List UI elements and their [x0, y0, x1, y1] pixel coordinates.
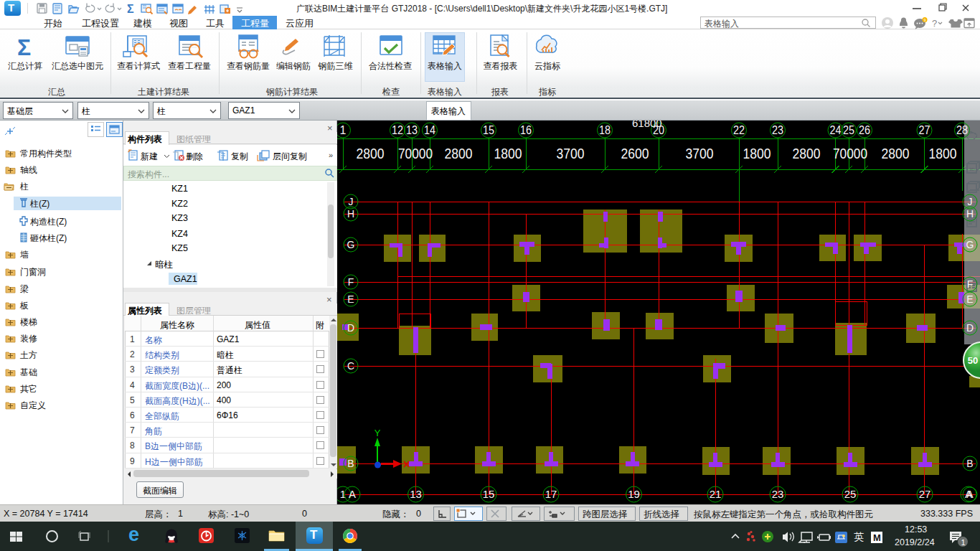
- svg-text:27: 27: [919, 488, 931, 500]
- svg-text:J: J: [968, 196, 973, 207]
- svg-text:Y: Y: [374, 428, 381, 438]
- svg-text:25: 25: [843, 124, 854, 136]
- svg-text:G: G: [347, 239, 355, 250]
- svg-text:H: H: [347, 208, 354, 220]
- svg-text:B: B: [347, 458, 354, 469]
- svg-text:12: 12: [392, 124, 403, 136]
- svg-text:1: 1: [340, 124, 347, 136]
- svg-text:1800: 1800: [929, 146, 957, 161]
- svg-text:27: 27: [919, 124, 930, 136]
- svg-text:D: D: [347, 322, 354, 334]
- svg-text:14: 14: [424, 124, 435, 136]
- svg-text:A: A: [965, 488, 972, 500]
- svg-text:15: 15: [483, 124, 494, 136]
- svg-text:Σ: Σ: [127, 3, 134, 15]
- svg-text:21: 21: [710, 488, 722, 500]
- svg-text:C: C: [347, 360, 354, 372]
- svg-text:2800: 2800: [793, 146, 821, 161]
- svg-text:F: F: [967, 278, 974, 290]
- svg-text:16: 16: [520, 124, 532, 136]
- svg-text:28: 28: [956, 124, 968, 136]
- svg-text:B: B: [966, 458, 973, 469]
- svg-text:F: F: [348, 276, 354, 288]
- svg-text:2800: 2800: [445, 146, 473, 161]
- svg-text:50: 50: [968, 355, 978, 366]
- svg-text:61800: 61800: [632, 121, 662, 129]
- svg-text:E: E: [347, 293, 354, 305]
- svg-text:M: M: [873, 532, 881, 543]
- svg-text:英: 英: [854, 531, 864, 542]
- svg-text:2800: 2800: [357, 146, 385, 161]
- svg-text:70000: 70000: [833, 146, 867, 161]
- svg-text:22: 22: [733, 124, 745, 136]
- svg-text:E: E: [966, 293, 973, 305]
- svg-text:1800: 1800: [494, 146, 522, 161]
- svg-text:H: H: [966, 208, 974, 220]
- svg-text:1800: 1800: [743, 146, 771, 161]
- svg-text:Σ: Σ: [17, 34, 31, 60]
- svg-text:G: G: [966, 239, 974, 250]
- svg-text:J: J: [349, 196, 354, 207]
- svg-text:13: 13: [406, 124, 418, 136]
- svg-text:3D: 3D: [969, 167, 975, 171]
- svg-text:2600: 2600: [621, 146, 649, 161]
- svg-text:19: 19: [628, 488, 640, 500]
- svg-text:18: 18: [599, 124, 611, 136]
- svg-text:26: 26: [859, 124, 870, 136]
- svg-text:70000: 70000: [398, 146, 433, 161]
- svg-text:?: ?: [932, 18, 937, 29]
- svg-text:23: 23: [772, 124, 783, 136]
- svg-text:1: 1: [961, 538, 966, 547]
- svg-text:D: D: [966, 322, 974, 334]
- svg-text:3700: 3700: [686, 146, 714, 161]
- svg-text:2800: 2800: [882, 146, 910, 161]
- svg-text:25: 25: [844, 488, 857, 500]
- svg-text:24: 24: [830, 124, 842, 136]
- svg-text:13: 13: [410, 488, 422, 500]
- svg-text:23: 23: [772, 488, 784, 500]
- svg-text:17: 17: [545, 488, 557, 500]
- svg-text:9: 9: [924, 18, 926, 22]
- svg-text:15: 15: [483, 488, 495, 500]
- svg-text:A: A: [349, 488, 356, 500]
- svg-text:3700: 3700: [557, 146, 585, 161]
